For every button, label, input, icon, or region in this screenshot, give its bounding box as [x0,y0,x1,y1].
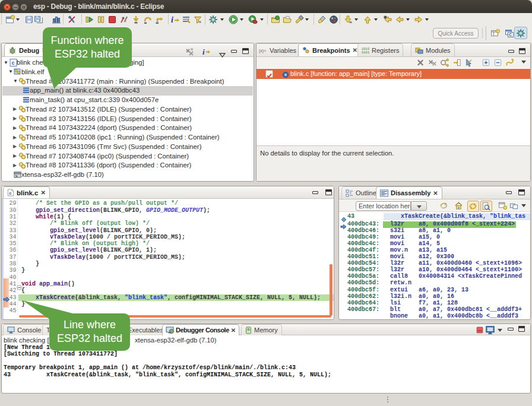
svg-text:C: C [509,33,512,37]
svg-text:ESP32 halted: ESP32 halted [55,48,120,60]
svg-text:i: i [171,15,173,24]
svg-text:Line where: Line where [64,319,116,331]
svg-text:(x)=: (x)= [259,48,266,53]
svg-text:0101: 0101 [362,50,369,54]
svg-text:c: c [9,191,11,196]
svg-text:i: i [202,47,205,56]
svg-text:Function where: Function where [50,34,124,46]
svg-text:ESP32 halted: ESP32 halted [57,332,122,344]
